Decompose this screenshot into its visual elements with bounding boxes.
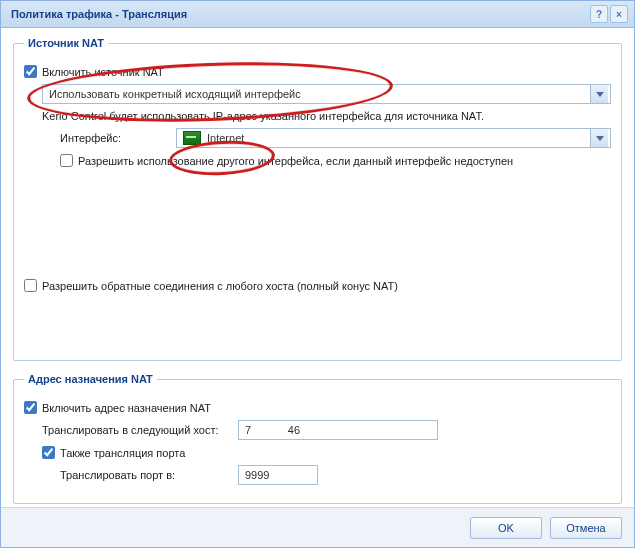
- close-icon: ×: [616, 9, 622, 20]
- translate-port-row: Транслировать порт в:: [24, 465, 611, 485]
- close-button[interactable]: ×: [610, 5, 628, 23]
- allow-other-iface-row: Разрешить использование другого интерфей…: [24, 154, 611, 167]
- source-nat-group: Источник NAT Включить источник NAT Испол…: [13, 37, 622, 361]
- translate-host-label: Транслировать в следующий хост:: [42, 424, 238, 436]
- translate-port-input[interactable]: [238, 465, 318, 485]
- interface-select[interactable]: Internet: [176, 128, 611, 148]
- enable-dest-nat-checkbox[interactable]: [24, 401, 37, 414]
- spacer: [24, 173, 611, 273]
- dialog-window: Политика трафика - Трансляция ? × Источн…: [0, 0, 635, 548]
- dialog-body: Источник NAT Включить источник NAT Испол…: [1, 27, 634, 507]
- reverse-conn-checkbox[interactable]: [24, 279, 37, 292]
- allow-other-iface-checkbox[interactable]: [60, 154, 73, 167]
- dialog-footer: OK Отмена: [1, 507, 634, 547]
- interface-label: Интерфейс:: [60, 132, 176, 144]
- port-translate-checkbox[interactable]: [42, 446, 55, 459]
- interface-row: Интерфейс: Internet: [24, 128, 611, 148]
- dest-nat-group: Адрес назначения NAT Включить адрес назн…: [13, 373, 622, 504]
- enable-dest-nat-row: Включить адрес назначения NAT: [24, 401, 611, 414]
- enable-source-nat-label: Включить источник NAT: [42, 66, 164, 78]
- translate-port-label: Транслировать порт в:: [60, 469, 238, 481]
- nat-mode-value: Использовать конкретный исходящий интерф…: [49, 88, 590, 100]
- dialog-title: Политика трафика - Трансляция: [11, 8, 588, 20]
- help-button[interactable]: ?: [590, 5, 608, 23]
- interface-value: Internet: [207, 132, 590, 144]
- nat-mode-select[interactable]: Использовать конкретный исходящий интерф…: [42, 84, 611, 104]
- source-nat-legend: Источник NAT: [24, 37, 108, 49]
- dest-nat-legend: Адрес назначения NAT: [24, 373, 157, 385]
- nat-mode-row: Использовать конкретный исходящий интерф…: [24, 84, 611, 104]
- network-interface-icon: [183, 131, 201, 145]
- translate-host-input[interactable]: [238, 420, 438, 440]
- translate-host-row: Транслировать в следующий хост:: [24, 420, 611, 440]
- enable-dest-nat-label: Включить адрес назначения NAT: [42, 402, 211, 414]
- reverse-conn-row: Разрешить обратные соединения с любого х…: [24, 279, 611, 292]
- enable-source-nat-checkbox[interactable]: [24, 65, 37, 78]
- chevron-down-icon[interactable]: [590, 85, 608, 103]
- allow-other-iface-label: Разрешить использование другого интерфей…: [78, 155, 513, 167]
- help-icon: ?: [596, 9, 602, 20]
- enable-source-nat-row: Включить источник NAT: [24, 65, 611, 78]
- nat-mode-description: Kerio Control будет использовать IP-адре…: [42, 110, 611, 122]
- chevron-down-icon[interactable]: [590, 129, 608, 147]
- reverse-conn-label: Разрешить обратные соединения с любого х…: [42, 280, 398, 292]
- port-translate-row: Также трансляция порта: [24, 446, 611, 459]
- ok-button[interactable]: OK: [470, 517, 542, 539]
- port-translate-label: Также трансляция порта: [60, 447, 185, 459]
- titlebar: Политика трафика - Трансляция ? ×: [1, 1, 634, 28]
- cancel-button[interactable]: Отмена: [550, 517, 622, 539]
